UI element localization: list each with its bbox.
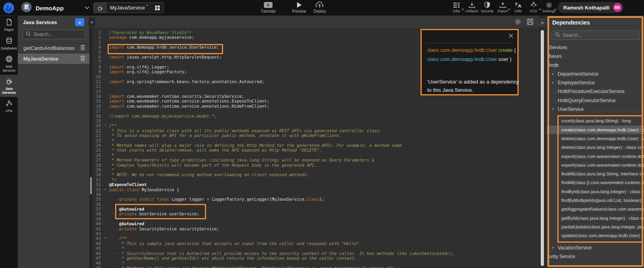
dependency-method-item[interactable]: delete(class java.lang.Integer) : class … bbox=[547, 143, 644, 152]
code-line[interactable]: 22 * To avoid exposing an API for a part… bbox=[90, 133, 539, 138]
fold-caret-icon[interactable]: ▾ bbox=[104, 187, 109, 192]
code-line[interactable]: 46·····* SecurityService that is Autowir… bbox=[90, 251, 539, 256]
code-line[interactable]: 31 */ bbox=[90, 177, 539, 182]
editor-settings-button[interactable] bbox=[514, 18, 522, 26]
code-line[interactable]: 35····private static final Logger logger… bbox=[90, 197, 539, 201]
chevron-down-icon[interactable] bbox=[84, 6, 90, 10]
code-line[interactable]: 32@ExposeToClient bbox=[90, 182, 539, 187]
code-line[interactable]: 23 * bbox=[90, 138, 539, 143]
dependency-method-item[interactable]: findAll(class java.lang.String, interfac… bbox=[547, 169, 644, 178]
dependency-tree-item[interactable]: HrdbQueryExecutorService bbox=[547, 96, 644, 105]
security-button[interactable]: Security bbox=[479, 1, 495, 13]
code-line[interactable]: 26 * bbox=[90, 153, 539, 158]
dependency-tree-item[interactable]: ▸VacationService bbox=[547, 243, 644, 252]
preview-button[interactable]: Preview bbox=[289, 1, 309, 13]
fold-caret-icon[interactable]: ▾ bbox=[104, 123, 109, 128]
code-line[interactable]: 40····@Autowired bbox=[90, 221, 539, 226]
code-line[interactable]: 21 * This is a singleton class with all … bbox=[90, 128, 539, 133]
code-line[interactable]: 47·····* getUserName() and getUserId() e… bbox=[90, 256, 539, 260]
sidebar-item-apis[interactable]: APIs bbox=[0, 97, 18, 116]
code-line[interactable]: 19 bbox=[90, 118, 539, 123]
code-line[interactable]: 28 * Complex Types/Objects will become p… bbox=[90, 163, 539, 167]
dependency-method-item[interactable]: findById(class java.lang.Integer) : clas… bbox=[547, 187, 644, 196]
dependency-tree-item[interactable]: Services bbox=[547, 43, 644, 52]
service-list-item[interactable]: getCardsAndBalances bbox=[18, 43, 89, 53]
file-switcher-grid-icon[interactable] bbox=[152, 3, 163, 13]
editor-save-button[interactable] bbox=[526, 18, 534, 26]
services-search-input[interactable]: Search... bbox=[22, 30, 85, 39]
open-file-tab[interactable]: MyJavaService * bbox=[93, 2, 164, 13]
fold-caret-icon[interactable]: ▾ bbox=[104, 236, 109, 241]
add-service-button[interactable]: + bbox=[75, 18, 84, 26]
code-line[interactable]: 44·····* This is sample java operation t… bbox=[90, 241, 539, 246]
dependency-method-item[interactable]: delete(class com.demoapp.hrdb.User) : vo… bbox=[547, 134, 644, 143]
code-line[interactable]: 42 bbox=[90, 231, 539, 236]
code-line[interactable]: 24 * Method names will play a major role… bbox=[90, 143, 539, 148]
trash-icon[interactable] bbox=[80, 44, 85, 52]
chevron-down-icon[interactable]: ▾ bbox=[552, 105, 554, 114]
dependency-tree-item[interactable]: ▸DepartmentService bbox=[547, 70, 644, 78]
dependency-tree-item[interactable]: urity Service bbox=[547, 252, 644, 261]
vcs-button[interactable]: VCS bbox=[526, 1, 541, 13]
code-line[interactable]: 48·····* bbox=[90, 260, 539, 265]
i18n-button[interactable]: AI18N bbox=[510, 1, 526, 13]
code-line[interactable]: 27 * Method Parameters of type primitive… bbox=[90, 158, 539, 162]
dependency-method-item[interactable]: create(class com.demoapp.hrdb.User) : cl… bbox=[547, 125, 644, 134]
sidebar-item-databases[interactable]: Databases bbox=[0, 34, 18, 53]
dependency-tree-item[interactable]: ▾UserService bbox=[547, 105, 644, 114]
code-line[interactable]: 36 bbox=[90, 202, 539, 207]
dependency-tree-item[interactable]: ▸EmployeeService bbox=[547, 78, 644, 87]
dependency-method-item[interactable]: partialUpdate(class java.lang.Integer, j… bbox=[547, 222, 644, 231]
code-line[interactable]: 39 bbox=[90, 217, 539, 221]
code-line[interactable]: 34 bbox=[90, 192, 539, 197]
dependency-tree-item[interactable]: hrdb bbox=[547, 61, 644, 70]
sidebar-item-web-services[interactable]: Web Services bbox=[0, 53, 18, 75]
settings-button[interactable]: Settings bbox=[541, 1, 557, 13]
dependency-tree-item[interactable]: HrdbProcedureExecutorService bbox=[547, 87, 644, 96]
code-line[interactable]: 37····@Autowired bbox=[90, 207, 539, 211]
code-line[interactable]: 18//import com.demoapp.myjavaservice.mod… bbox=[90, 114, 539, 118]
code-line[interactable]: 29 * bbox=[90, 167, 539, 172]
dependency-tree-item[interactable]: bases bbox=[547, 52, 644, 61]
trash-icon[interactable] bbox=[80, 55, 85, 63]
dependency-method-item[interactable]: count(class java.lang.String) : long bbox=[547, 116, 644, 125]
user-menu[interactable]: Ramesh Kothapalli RK bbox=[558, 2, 623, 13]
collapse-left-panel-button[interactable]: « bbox=[88, 17, 95, 27]
code-line[interactable]: 43▾····/** bbox=[90, 236, 539, 241]
code-line[interactable]: 17 bbox=[90, 108, 539, 113]
code-line[interactable]: 20▾/** bbox=[90, 123, 539, 128]
project-selector[interactable]: DemoApp bbox=[21, 0, 90, 16]
code-line[interactable]: 16import com.wavemaker.runtime.service.a… bbox=[90, 104, 539, 108]
dependency-method-item[interactable]: findByMultipleIds(java.util.List, boolea… bbox=[547, 196, 644, 205]
dependencies-scrollbar[interactable] bbox=[541, 30, 544, 266]
code-line[interactable]: 33▾public class MyJavaService { bbox=[90, 187, 539, 192]
code-line[interactable]: 30 * NOTE: We do not recommend using met… bbox=[90, 172, 539, 177]
dependency-method-item[interactable]: getAggregatedValues(class com.wavemak bbox=[547, 205, 644, 213]
tutorials-button[interactable]: Tutorials bbox=[258, 1, 278, 13]
code-line[interactable]: 45·····* bbox=[90, 246, 539, 251]
artifacts-button[interactable]: Artifacts bbox=[464, 1, 479, 13]
service-list-item[interactable]: MyJavaService bbox=[18, 53, 89, 64]
code-line[interactable]: 15import com.wavemaker.runtime.service.a… bbox=[90, 99, 539, 103]
chevron-right-icon[interactable]: ▸ bbox=[552, 243, 554, 252]
code-line[interactable]: 25 * that starts with delete/remove, wil… bbox=[90, 148, 539, 152]
code-line[interactable]: 41····private SecurityService securitySe… bbox=[90, 226, 539, 231]
chevron-right-icon[interactable]: ▸ bbox=[552, 78, 554, 87]
expand-right-panel-button[interactable]: » bbox=[539, 18, 546, 27]
deploy-button[interactable]: Deploy bbox=[309, 1, 330, 13]
dependency-method-item[interactable]: export(class com.wavemaker.runtime.data bbox=[547, 152, 644, 161]
dependencies-search-input[interactable]: Search... bbox=[551, 30, 639, 40]
dependency-method-item[interactable]: export(class com.wavemaker.runtime.data bbox=[547, 161, 644, 169]
dependency-method-item[interactable]: update(class com.demoapp.hrdb.User) : cl… bbox=[547, 231, 644, 240]
editor-scrollbar-track[interactable] bbox=[89, 28, 92, 268]
code-line[interactable]: 38····private UserService userService; bbox=[90, 211, 539, 216]
close-icon[interactable]: × bbox=[508, 31, 514, 40]
export-button[interactable]: Export bbox=[495, 1, 510, 13]
dependency-method-item[interactable]: findAll(class [Lcom.wavemaker.runtime.da bbox=[547, 178, 644, 187]
code-line[interactable]: 49·····* Methods in this class can decla… bbox=[90, 266, 539, 268]
dependency-method-item[interactable]: getById(class java.lang.Integer) : class… bbox=[547, 214, 644, 222]
jobs-button[interactable]: Jobs bbox=[449, 1, 464, 13]
chevron-right-icon[interactable]: ▸ bbox=[552, 70, 554, 78]
sidebar-item-pages[interactable]: Pages bbox=[0, 16, 18, 34]
editor-scrollbar-thumb[interactable] bbox=[90, 177, 92, 194]
